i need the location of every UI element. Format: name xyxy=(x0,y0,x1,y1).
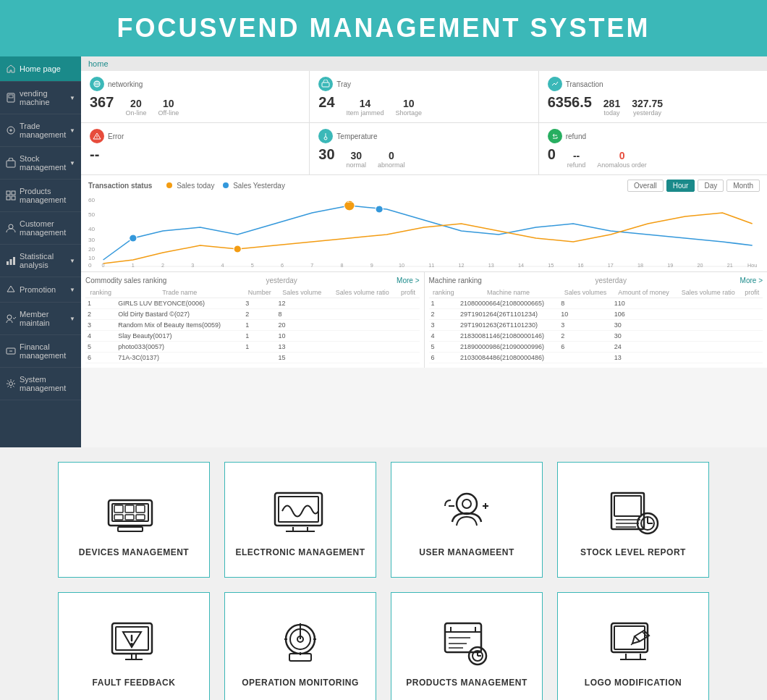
table-row: 2Old Dirty Bastard ©(027)28 xyxy=(85,309,420,320)
table-row: 421830081146(21080000146)230 xyxy=(429,331,763,342)
svg-text:3: 3 xyxy=(191,263,194,267)
svg-text:Hou: Hou xyxy=(747,263,757,267)
sidebar-item-label: Member maintain xyxy=(20,310,68,327)
sidebar-item-label: vending machine xyxy=(20,89,68,106)
stock-level-report-label: STOCK LEVEL REPORT xyxy=(580,547,686,557)
temperature-abnormal-count: 0 xyxy=(378,150,405,161)
chart-tab-hour[interactable]: Hour xyxy=(666,180,695,192)
svg-text:21: 21 xyxy=(727,263,733,267)
stock-level-report-icon xyxy=(604,482,662,540)
table-row: 121080000664(21080000665)8110 xyxy=(429,298,763,309)
svg-rect-76 xyxy=(614,496,641,516)
networking-online-label: On-line xyxy=(125,109,146,117)
error-stat: Error -- xyxy=(81,123,310,174)
networking-icon xyxy=(90,77,104,91)
table-row: 1GIRLS LUV BEYONCE(0006)312 xyxy=(85,298,420,309)
chart-tabs: Overall Hour Day Month xyxy=(627,180,760,192)
chart-tab-overall[interactable]: Overall xyxy=(627,180,664,192)
temperature-label: Temperature xyxy=(336,132,377,140)
refund-label: refund xyxy=(566,132,586,140)
system-icon xyxy=(6,379,16,389)
breadcrumb-home[interactable]: home xyxy=(88,59,109,68)
card-logo-modification[interactable]: LOGO MODIFICATION xyxy=(557,592,709,700)
chevron-down-icon: ▼ xyxy=(69,316,75,322)
tray-icon xyxy=(318,77,333,91)
chart-legend: Transaction status Sales today Sales Yes… xyxy=(88,182,285,190)
operation-monitoring-label: OPERATION MONITORING xyxy=(242,678,359,688)
svg-text:11: 11 xyxy=(428,263,434,267)
chart-tab-month[interactable]: Month xyxy=(726,180,760,192)
sidebar-item-home-page[interactable]: Home page xyxy=(0,56,81,82)
transaction-today-label: today xyxy=(603,109,620,117)
card-devices-management[interactable]: DEVICES MANAGEMENT xyxy=(58,462,210,578)
electronic-management-icon xyxy=(271,482,329,540)
svg-text:17: 17 xyxy=(608,263,614,267)
svg-text:30: 30 xyxy=(88,237,96,243)
svg-rect-65 xyxy=(114,515,123,520)
tables-row: Commodity sales ranking yesterday More >… xyxy=(81,272,767,368)
home-icon xyxy=(6,64,16,74)
svg-text:14: 14 xyxy=(518,263,524,267)
sidebar-item-member-maintain[interactable]: Member maintain ▼ xyxy=(0,303,81,335)
table-row: 3Random Mix of Beauty Items(0059)120 xyxy=(85,320,420,331)
svg-point-14 xyxy=(9,382,13,386)
error-icon xyxy=(90,129,104,143)
sidebar-item-trade-management[interactable]: Trade management ▼ xyxy=(0,114,81,147)
machine-table: Machine ranking yesterday More > ranking… xyxy=(425,272,768,368)
sidebar-item-financial-management[interactable]: Financal management xyxy=(0,335,81,368)
commodity-more[interactable]: More > xyxy=(397,277,419,284)
stats-row-2: Error -- Temperature 30 30 norma xyxy=(81,123,767,175)
error-label: Error xyxy=(108,132,124,140)
machine-data-table: ranking Machine name Sales volumes Amoun… xyxy=(429,287,763,363)
card-products-management[interactable]: PRODUCTS MANAGEMENT xyxy=(391,592,543,700)
svg-point-17 xyxy=(324,137,327,140)
svg-text:6: 6 xyxy=(281,263,284,267)
table-row: 521890000986(21090000996)624 xyxy=(429,342,763,353)
svg-text:12: 12 xyxy=(459,263,465,267)
sidebar-item-products-management[interactable]: Products management xyxy=(0,180,81,212)
stock-icon xyxy=(6,158,16,168)
sidebar-item-system-management[interactable]: System management xyxy=(0,368,81,400)
card-stock-level-report[interactable]: STOCK LEVEL REPORT xyxy=(557,462,709,578)
svg-text:0: 0 xyxy=(376,201,380,208)
sidebar-item-statistical-analysis[interactable]: Statistical analysis ▼ xyxy=(0,245,81,277)
col-ranking: ranking xyxy=(429,287,459,298)
networking-stat: networking 367 20 On-line 10 Off-line xyxy=(81,71,310,122)
svg-text:18: 18 xyxy=(637,263,643,267)
cards-row-2: FAULT FEEDBACK OPERATION MONITORING xyxy=(58,592,709,700)
sidebar-item-stock-management[interactable]: Stock management ▼ xyxy=(0,147,81,180)
sidebar-item-vending-machine[interactable]: vending machine ▼ xyxy=(0,82,81,114)
temperature-normal-count: 30 xyxy=(347,150,367,161)
user-management-icon xyxy=(438,482,496,540)
svg-text:4: 4 xyxy=(221,263,224,267)
temperature-normal-label: normal xyxy=(347,161,367,169)
svg-rect-105 xyxy=(614,626,645,649)
transaction-total: 6356.5 xyxy=(548,94,592,111)
chart-tab-day[interactable]: Day xyxy=(698,180,724,192)
svg-text:2: 2 xyxy=(161,263,164,267)
chart-svg-container: 60 50 40 30 20 10 0 36 0 xyxy=(88,195,760,267)
transaction-yesterday-label: yesterday xyxy=(632,109,663,117)
svg-text:9: 9 xyxy=(370,263,373,267)
chevron-down-icon: ▼ xyxy=(69,127,75,134)
sidebar-item-customer-management[interactable]: Customer management xyxy=(0,212,81,245)
card-operation-monitoring[interactable]: OPERATION MONITORING xyxy=(224,592,376,700)
svg-text:40: 40 xyxy=(88,226,96,232)
svg-rect-66 xyxy=(125,515,134,520)
transaction-yesterday-val: 327.75 xyxy=(632,98,663,109)
tray-shortage-label: Shortage xyxy=(396,109,423,117)
svg-rect-11 xyxy=(13,257,15,265)
networking-total: 367 xyxy=(90,94,114,111)
sidebar-item-label: Stock management xyxy=(20,154,68,172)
tray-jammed-label: Item jammed xyxy=(347,109,384,117)
chevron-down-icon: ▼ xyxy=(69,160,75,166)
card-fault-feedback[interactable]: FAULT FEEDBACK xyxy=(58,592,210,700)
card-user-management[interactable]: USER MANAGMEENT xyxy=(391,462,543,578)
card-electronic-management[interactable]: ELECTRONIC MANAGEMENT xyxy=(224,462,376,578)
machine-more[interactable]: More > xyxy=(740,277,763,284)
svg-point-74 xyxy=(462,499,471,508)
table-row: 229T1901264(26T1101234)10106 xyxy=(429,309,763,320)
sidebar-item-promotion[interactable]: Promotion ▼ xyxy=(0,277,81,303)
svg-rect-1 xyxy=(9,95,13,98)
col-profit: profit xyxy=(397,287,419,298)
